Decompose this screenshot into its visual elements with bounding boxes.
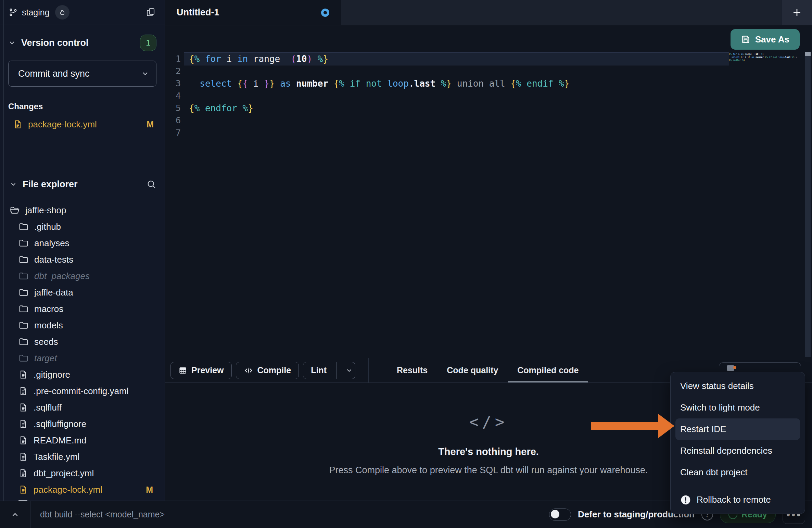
menu-item-clean-dbt-project[interactable]: Clean dbt project <box>675 462 800 483</box>
file-explorer-title: File explorer <box>23 179 78 190</box>
toolbar-divider <box>368 358 369 382</box>
file-row-package-lock-yml[interactable]: package-lock.ymlM <box>10 481 156 498</box>
file-tree: jaffle-shop.githubanalysesdata-testsdbt_… <box>10 202 156 498</box>
copy-files-icon[interactable] <box>145 7 156 17</box>
folder-icon <box>18 337 29 347</box>
sidebar: staging <box>0 0 165 501</box>
file-row-sqlfluffignore[interactable]: .sqlfluffignore <box>10 416 156 432</box>
alert-circle-icon <box>680 494 691 505</box>
editor-tab-untitled-1[interactable]: Untitled-1 <box>165 0 341 25</box>
folder-row-jaffle-data[interactable]: jaffle-data <box>10 284 156 301</box>
table-icon <box>178 366 187 375</box>
tree-item-label: jaffle-data <box>34 287 73 298</box>
folder-row-github[interactable]: .github <box>10 218 156 235</box>
tree-item-label: dbt_project.yml <box>34 468 94 479</box>
line-number: 4 <box>165 90 181 102</box>
tab-compiled-code[interactable]: Compiled code <box>508 358 588 382</box>
version-control-header[interactable]: Version control 1 <box>8 34 156 52</box>
file-row-readme-md[interactable]: README.md <box>10 432 156 449</box>
tree-item-label: target <box>34 353 57 364</box>
folder-row-analyses[interactable]: analyses <box>10 235 156 251</box>
file-icon <box>13 120 23 129</box>
status-flame-icon <box>727 365 734 371</box>
command-input[interactable]: dbt build --select <model_name> <box>40 510 165 519</box>
folder-icon <box>18 222 29 232</box>
compile-button[interactable]: Compile <box>236 362 299 379</box>
tree-item-label: .github <box>34 222 61 232</box>
minimap[interactable]: {% for i in range (10) %} select {{ i }}… <box>729 53 797 62</box>
lint-button[interactable]: Lint <box>303 362 355 379</box>
line-number: 7 <box>165 127 181 139</box>
file-icon <box>18 485 28 494</box>
gutter-divider <box>184 52 184 358</box>
file-row-pre-commit-config-yaml[interactable]: .pre-commit-config.yaml <box>10 383 156 399</box>
tree-item-label: README.md <box>34 435 87 446</box>
lint-dropdown-chevron[interactable] <box>341 367 354 374</box>
tab-bar: Untitled-1 <box>165 0 812 25</box>
menu-item-view-status-details[interactable]: View status details <box>675 375 800 397</box>
folder-row-seeds[interactable]: seeds <box>10 334 156 350</box>
tree-item-label: analyses <box>34 238 69 249</box>
editor-scrollbar[interactable] <box>805 52 811 357</box>
version-control-section: Version control 1 Commit and sync Change… <box>0 25 165 133</box>
file-row-dbt-project-yml[interactable]: dbt_project.yml <box>10 465 156 481</box>
file-row-sqlfluff[interactable]: .sqlfluff <box>10 399 156 416</box>
tree-item-label: Taskfile.yml <box>34 452 79 462</box>
chevron-down-icon <box>10 180 17 188</box>
tree-item-label: jaffle-shop <box>25 205 66 216</box>
file-row-taskfile-yml[interactable]: Taskfile.yml <box>10 449 156 465</box>
menu-item-switch-to-light-mode[interactable]: Switch to light mode <box>675 397 800 418</box>
file-row-gitignore[interactable]: .gitignore <box>10 366 156 383</box>
folder-row-data-tests[interactable]: data-tests <box>10 251 156 268</box>
plus-icon <box>791 7 802 18</box>
code-line-3: select {{ i }} as number {% if not loop.… <box>184 77 570 90</box>
folder-icon <box>18 271 29 281</box>
menu-item-label: Clean dbt project <box>680 467 748 478</box>
changes-count-badge: 1 <box>140 35 156 51</box>
file-icon <box>18 419 28 429</box>
folder-row-jaffle-shop[interactable]: jaffle-shop <box>10 202 156 218</box>
minimap-line: {% for i in range (10) %} <box>729 53 797 56</box>
folder-row-models[interactable]: models <box>10 317 156 334</box>
line-number: 1 <box>165 53 181 65</box>
editor-divider <box>165 52 812 52</box>
menu-item-restart-ide[interactable]: Restart IDE <box>675 418 800 440</box>
file-explorer-header[interactable]: File explorer <box>10 175 156 193</box>
defer-toggle[interactable] <box>549 508 571 521</box>
commit-dropdown-chevron[interactable] <box>134 61 156 86</box>
commit-and-sync-button[interactable]: Commit and sync <box>8 61 156 87</box>
menu-item-rollback-to-remote[interactable]: Rollback to remote <box>675 489 800 511</box>
floppy-disk-icon <box>741 35 750 44</box>
menu-item-label: Restart IDE <box>680 424 726 435</box>
folder-row-macros[interactable]: macros <box>10 301 156 317</box>
save-as-button[interactable]: Save As <box>731 29 800 50</box>
menu-divider <box>671 486 805 486</box>
file-icon <box>18 370 28 379</box>
line-number: 6 <box>165 114 181 127</box>
folder-row-dbt-packages[interactable]: dbt_packages <box>10 268 156 284</box>
scrollbar-thumb[interactable] <box>805 52 811 56</box>
menu-item-reinstall-dependencies[interactable]: Reinstall dependencies <box>675 440 800 462</box>
tab-code-quality[interactable]: Code quality <box>437 358 508 382</box>
menu-item-label: Reinstall dependencies <box>680 445 772 456</box>
file-icon <box>18 452 28 462</box>
tab-results[interactable]: Results <box>387 358 437 382</box>
lint-label: Lint <box>311 365 327 375</box>
menu-item-label: Switch to light mode <box>680 402 760 413</box>
toggle-knob <box>551 510 559 518</box>
preview-button[interactable]: Preview <box>170 362 232 379</box>
code-line-5: {% endfor %} <box>184 102 253 114</box>
folder-row-target[interactable]: target <box>10 350 156 366</box>
tree-item-label: dbt_packages <box>34 271 90 281</box>
dbt-ide-window: staging <box>0 0 812 528</box>
branch-button[interactable]: staging <box>9 5 69 20</box>
code-editor[interactable]: Save As 1{% for i in range (10) %}23 sel… <box>165 25 812 358</box>
changed-file-row-package-lock-yml[interactable]: package-lock.ymlM <box>8 116 156 133</box>
sidebar-header: staging <box>0 0 165 25</box>
file-icon <box>18 436 28 445</box>
search-icon[interactable] <box>146 179 156 189</box>
sidebar-edge-line <box>3 0 4 501</box>
new-tab-button[interactable] <box>781 0 812 25</box>
line-number: 2 <box>165 65 181 77</box>
expand-command-bar-button[interactable] <box>0 501 30 528</box>
